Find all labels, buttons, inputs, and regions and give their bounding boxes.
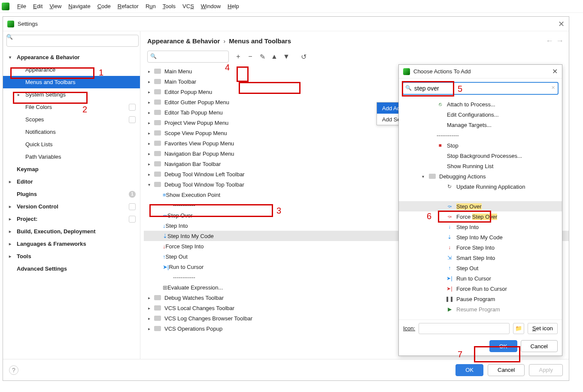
menu-vcs[interactable]: VCS <box>179 1 197 11</box>
menu-tools[interactable]: Tools <box>159 1 179 11</box>
action-item[interactable]: Stop Background Processes... <box>399 151 562 161</box>
remove-button[interactable]: − <box>244 51 256 63</box>
menu-run[interactable]: Run <box>142 1 159 11</box>
action-item[interactable]: Manage Targets... <box>399 120 562 130</box>
back-icon[interactable]: ← <box>546 36 553 45</box>
menu-view[interactable]: View <box>46 1 65 11</box>
action-item[interactable]: ↑Step Out <box>399 263 562 273</box>
list-search-input[interactable] <box>147 51 229 63</box>
runcursor-icon: ➤| <box>163 264 169 270</box>
actions-list: ⎋Attach to Process...Edit Configurations… <box>399 98 562 320</box>
breadcrumb-root[interactable]: Appearance & Behavior <box>147 37 220 45</box>
help-icon[interactable]: ? <box>9 365 18 375</box>
action-item[interactable]: ➤|Force Run to Cursor <box>399 283 562 294</box>
menu-file[interactable]: FFileile <box>14 1 30 11</box>
action-item[interactable]: ↓Step Into <box>399 222 562 232</box>
set-icon-button[interactable]: SSet iconet icon <box>528 323 558 334</box>
stepinto-icon: ↓ <box>446 223 453 230</box>
action-item[interactable]: ⎋Attach to Process... <box>399 99 562 109</box>
menu-help[interactable]: Help <box>224 1 243 11</box>
action-item[interactable]: Edit Configurations... <box>399 109 562 120</box>
action-item[interactable]: ❚❚Pause Program <box>399 294 562 304</box>
browse-icon-button[interactable]: 📁 <box>513 323 524 334</box>
action-item[interactable]: Show Running List <box>399 161 562 171</box>
action-item[interactable]: ▾Debugging Actions <box>399 171 562 181</box>
settings-ok-button[interactable]: OK <box>455 364 483 376</box>
settings-apply-button[interactable]: Apply <box>529 364 563 376</box>
action-item[interactable]: ↻Update Running Application <box>399 181 562 192</box>
move-down-button[interactable]: ▼ <box>280 51 292 63</box>
action-item[interactable]: ⇣Step Into My Code <box>399 232 562 242</box>
forcestep-icon: ↓ <box>446 244 453 251</box>
icon-label: Icon: <box>403 325 415 332</box>
action-item[interactable]: ⇲Smart Step Into <box>399 253 562 263</box>
folder-icon <box>154 316 161 321</box>
action-item[interactable]: ↓Force Step Into <box>399 242 562 253</box>
annotation-label-3: 3 <box>276 206 281 216</box>
dialog-search-input[interactable] <box>402 82 559 95</box>
sidebar-item-plugins[interactable]: Plugins1 <box>3 188 140 200</box>
app-logo-icon <box>7 21 14 27</box>
menu-edit[interactable]: Edit <box>30 1 46 11</box>
reset-button[interactable]: ↺ <box>298 51 310 63</box>
annotation-label-1: 1 <box>99 68 103 78</box>
folder-icon <box>154 110 161 115</box>
settings-sidebar: ▾Appearance & BehaviorAppearanceMenus an… <box>3 31 140 359</box>
sidebar-item-file-colors[interactable]: File Colors <box>3 101 140 113</box>
resume-icon: ▶ <box>446 306 453 313</box>
close-icon[interactable]: ✕ <box>552 67 558 75</box>
sidebar-item-path-variables[interactable]: Path Variables <box>3 151 140 163</box>
menu-navigate[interactable]: Navigate <box>65 1 94 11</box>
folder-icon <box>154 130 161 136</box>
sidebar-item-version-control[interactable]: ▸Version Control <box>3 200 140 213</box>
icon-path-input[interactable] <box>419 323 510 334</box>
action-item[interactable]: ➤|Run to Cursor <box>399 273 562 283</box>
sidebar-item-scopes[interactable]: Scopes <box>3 113 140 126</box>
dialog-cancel-button[interactable]: Cancel <box>521 340 558 352</box>
folder-icon <box>154 79 161 84</box>
separator: ------------ <box>399 130 562 140</box>
dialog-titlebar: Choose Actions To Add ✕ <box>399 65 562 78</box>
settings-title-text: Settings <box>18 21 38 27</box>
attach-icon: ⎋ <box>437 101 443 108</box>
sidebar-item-menus-and-toolbars[interactable]: Menus and Toolbars <box>3 76 140 88</box>
folder-icon <box>154 100 161 105</box>
sidebar-search-input[interactable] <box>6 35 139 47</box>
close-icon[interactable]: ✕ <box>558 19 565 29</box>
sidebar-item-system-settings[interactable]: ▸System Settings <box>3 88 140 101</box>
action-item[interactable]: ⤼Force Step Over <box>399 211 562 222</box>
sidebar-item-quick-lists[interactable]: Quick Lists <box>3 138 140 151</box>
menu-refactor[interactable]: Refactor <box>114 1 142 11</box>
add-button[interactable]: + <box>232 51 244 63</box>
menu-code[interactable]: Code <box>94 1 114 11</box>
list-toolbar: + − ✎ ▲ ▼ ↺ <box>140 46 569 65</box>
sidebar-item-editor[interactable]: ▸Editor <box>3 175 140 188</box>
action-item[interactable]: ▶Resume Program <box>399 304 562 314</box>
folder-icon <box>154 151 161 156</box>
action-item[interactable]: ■Stop <box>399 140 562 151</box>
forward-icon[interactable]: → <box>556 36 564 45</box>
folder-icon <box>154 305 161 311</box>
menu-window[interactable]: Window <box>197 1 224 11</box>
stepmycode-icon: ⇣ <box>446 234 453 241</box>
app-logo-icon <box>403 68 410 75</box>
folder-icon <box>154 172 161 177</box>
sidebar-item-keymap[interactable]: Keymap <box>3 163 140 175</box>
sidebar-item-build-execution-deployment[interactable]: ▸Build, Execution, Deployment <box>3 225 140 238</box>
sidebar-item-notifications[interactable]: Notifications <box>3 126 140 138</box>
breadcrumb-leaf: Menus and Toolbars <box>229 37 291 45</box>
sidebar-item-project-[interactable]: ▸Project: <box>3 213 140 225</box>
edit-button[interactable]: ✎ <box>256 51 268 63</box>
breadcrumb-sep: › <box>223 37 225 45</box>
settings-cancel-button[interactable]: Cancel <box>488 364 525 376</box>
settings-titlebar: Settings ✕ <box>3 17 569 31</box>
breadcrumb: Appearance & Behavior › Menus and Toolba… <box>140 31 569 46</box>
action-item[interactable]: ⤼Step Over <box>399 201 562 211</box>
sidebar-item-languages-frameworks[interactable]: ▸Languages & Frameworks <box>3 238 140 250</box>
sidebar-item-advanced-settings[interactable]: Advanced Settings <box>3 262 140 275</box>
sidebar-item-tools[interactable]: ▸Tools <box>3 250 140 262</box>
sidebar-item-appearance[interactable]: Appearance <box>3 63 140 76</box>
sidebar-item-appearance-behavior[interactable]: ▾Appearance & Behavior <box>3 51 140 63</box>
dialog-ok-button[interactable]: OK <box>489 340 517 352</box>
move-up-button[interactable]: ▲ <box>268 51 280 63</box>
